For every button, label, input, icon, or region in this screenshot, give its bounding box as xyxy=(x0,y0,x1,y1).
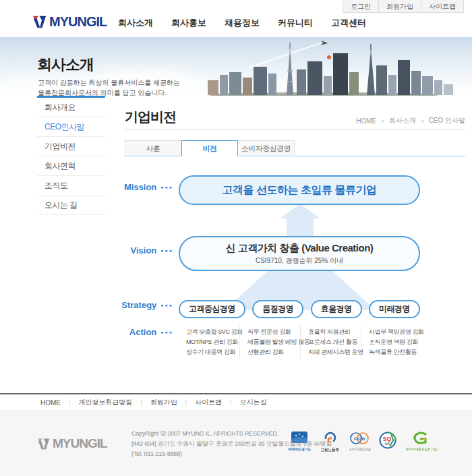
strategy-row: 고객중심경영 품질경영 효율경영 미래경영 xyxy=(179,300,420,318)
svg-text:ccm: ccm xyxy=(354,436,365,442)
tab-motto[interactable]: 사훈 xyxy=(125,140,181,156)
footer-logo-text: MYUNGIL xyxy=(53,436,107,451)
badge-sq: SQ AA xyxy=(379,432,396,449)
dots-icon xyxy=(160,303,173,307)
strategy-pill-quality: 품질경영 xyxy=(252,300,303,318)
login-link[interactable]: 로그인 xyxy=(343,1,378,12)
mission-label: Mission xyxy=(125,182,173,192)
dots-icon xyxy=(160,185,173,189)
strategy-pill-customer: 고객중심경영 xyxy=(179,300,245,318)
chevron-right-icon: > xyxy=(381,118,384,124)
content-area: 회사개요 CEO인사말 기업비전 회사연혁 조직도 오시는 길 기업비전 HOM… xyxy=(0,96,472,393)
hero-subtitle: 고객이 감동하는 최상의 물류서비스를 제공하는 물류전문회사로서의 의미를 담… xyxy=(38,78,180,96)
breadcrumb: HOME > 회사소개 > CEO 인사말 xyxy=(356,116,465,125)
global-nav: 회사소개 회사홍보 채용정보 커뮤니티 고객센터 xyxy=(118,17,384,29)
tab-vision[interactable]: 비전 xyxy=(181,140,238,156)
certification-badges: 세계속의 경기도 e 고용노동부 ccm 소비자중심경영 xyxy=(286,432,446,453)
city-skyline-image xyxy=(202,37,472,96)
utility-menu: 로그인 회원가입 사이트맵 xyxy=(343,0,464,13)
dots-icon xyxy=(160,248,173,253)
badge-green-logistics: 우수녹색물류실천기업 xyxy=(403,432,440,452)
strategy-pill-future: 미래경영 xyxy=(369,300,420,318)
page-title: 기업비전 xyxy=(125,108,176,126)
vision-diagram: Mission 고객을 선도하는 초일류 물류기업 Vision 신 고객가치 … xyxy=(125,162,465,384)
sidebar-item-corporate-vision[interactable]: 기업비전 xyxy=(37,137,105,156)
sitemap-link[interactable]: 사이트맵 xyxy=(421,1,463,12)
nav-company-intro[interactable]: 회사소개 xyxy=(118,17,153,29)
myungil-logo[interactable]: MYUNGIL xyxy=(32,14,107,30)
badge-moel: e 고용노동부 xyxy=(319,432,341,453)
mission-pill: 고객을 선도하는 초일류 물류기업 xyxy=(179,175,420,205)
footer-link-signup[interactable]: 회원가입 xyxy=(150,398,177,407)
ccm-badge-icon: ccm xyxy=(347,432,372,445)
sidebar-item-company-overview[interactable]: 회사개요 xyxy=(37,98,105,117)
tab-bar: 사훈 비전 소비자중심경영 xyxy=(125,140,465,156)
breadcrumb-current: CEO 인사말 xyxy=(429,116,465,125)
footer: MYUNGIL CopyRight ⓒ 2007 MYUNG IL. All R… xyxy=(0,411,472,476)
footer-logo: MYUNGIL xyxy=(37,436,107,451)
vision-label: Vision xyxy=(125,245,173,256)
action-row: 고객 맞춤형 SVC 강화 MOT/NPS 관리 강화 성수기 대응력 강화 직… xyxy=(179,326,421,359)
action-column: 사업부 책임경영 강화 조직운영 역량 강화 녹색물류 안전활동 xyxy=(361,326,421,359)
sidebar-item-company-history[interactable]: 회사연혁 xyxy=(37,156,105,176)
action-column: 고객 맞춤형 SVC 강화 MOT/NPS 관리 강화 성수기 대응력 강화 xyxy=(179,326,239,359)
chevron-right-icon: > xyxy=(421,118,424,124)
sq-badge-icon: SQ AA xyxy=(379,432,396,449)
hero-title: 회사소개 xyxy=(37,55,94,75)
dots-icon xyxy=(160,330,173,334)
page: 로그인 회원가입 사이트맵 MYUNGIL 회사소개 회사홍보 채용정보 커뮤니… xyxy=(0,0,472,476)
logo-text: MYUNGIL xyxy=(49,14,107,30)
vision-text: 신 고객가치 창출 (Value Creation) xyxy=(226,242,374,255)
nav-community[interactable]: 커뮤니티 xyxy=(278,17,313,29)
badge-ccm: ccm 소비자중심경영 xyxy=(347,432,373,452)
top-header: 로그인 회원가입 사이트맵 MYUNGIL 회사소개 회사홍보 채용정보 커뮤니… xyxy=(0,0,472,37)
svg-text:e: e xyxy=(327,433,332,444)
badge-gyeonggi: 세계속의 경기도 xyxy=(286,432,313,452)
hero-banner: 회사소개 고객이 감동하는 최상의 물류서비스를 제공하는 물류전문회사로서의 … xyxy=(0,37,472,96)
action-label: Action xyxy=(125,327,173,337)
sidebar-item-organization[interactable]: 조직도 xyxy=(37,176,105,196)
green-logistics-badge-icon xyxy=(413,432,429,445)
signup-link[interactable]: 회원가입 xyxy=(378,1,421,12)
footer-logo-icon xyxy=(37,438,50,450)
footer-link-privacy[interactable]: 개인정보취급방침 xyxy=(78,398,132,407)
balloon-icon xyxy=(327,55,331,59)
footer-link-bar: HOME| 개인정보취급방침| 회원가입| 사이트맵| 오시는길 xyxy=(0,393,472,411)
action-column: 효율적 자원관리 프로세스 개선 활동 자체 관제시스템 운영 xyxy=(300,326,361,359)
tab-consumer-centered[interactable]: 소비자중심경영 xyxy=(238,140,295,156)
sidebar-item-ceo-greeting[interactable]: CEO인사말 xyxy=(37,117,105,137)
footer-link-sitemap[interactable]: 사이트맵 xyxy=(195,398,222,407)
footer-link-home[interactable]: HOME xyxy=(40,399,61,407)
svg-text:SQ: SQ xyxy=(383,436,392,442)
title-divider xyxy=(125,129,465,129)
nav-company-pr[interactable]: 회사홍보 xyxy=(171,17,206,29)
gyeonggi-badge-icon xyxy=(291,432,308,445)
strategy-pill-efficiency: 효율경영 xyxy=(311,300,362,318)
sidebar-menu: 회사개요 CEO인사말 기업비전 회사연혁 조직도 오시는 길 xyxy=(37,96,105,215)
nav-customer-center[interactable]: 고객센터 xyxy=(331,17,366,29)
myungil-logo-icon xyxy=(32,15,47,29)
action-column: 직무 전문성 강화 제품불량 발생 예방 활동 선행관리 강화 xyxy=(239,326,300,359)
vision-subtext: CSI9710, 경쟁순위 25% 이내 xyxy=(256,256,343,266)
moel-badge-icon: e xyxy=(322,432,338,445)
vision-pill: 신 고객가치 창출 (Value Creation) CSI9710, 경쟁순위… xyxy=(179,236,420,271)
sidebar-item-directions[interactable]: 오시는 길 xyxy=(37,196,105,215)
footer-link-directions[interactable]: 오시는길 xyxy=(239,398,266,407)
nav-recruit[interactable]: 채용정보 xyxy=(225,17,260,29)
breadcrumb-company-intro[interactable]: 회사소개 xyxy=(389,116,416,125)
breadcrumb-home[interactable]: HOME xyxy=(356,117,376,125)
svg-text:AA: AA xyxy=(384,442,390,446)
strategy-label: Strategy xyxy=(125,300,173,310)
